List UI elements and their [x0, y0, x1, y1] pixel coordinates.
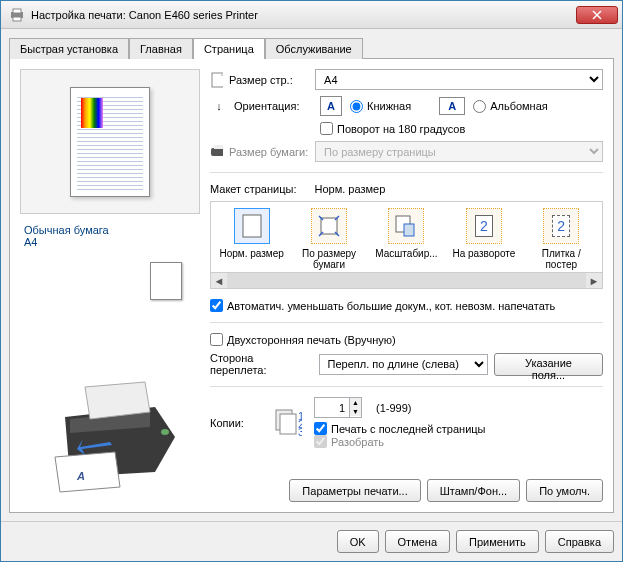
tab-strip: Быстрая установка Главная Страница Обслу… [1, 29, 622, 58]
paper-type-text: Обычная бумага [24, 224, 196, 236]
svg-rect-11 [404, 224, 414, 236]
svg-point-4 [161, 429, 169, 435]
ok-button[interactable]: OK [337, 530, 379, 553]
svg-text:3: 3 [298, 426, 302, 438]
scroll-left[interactable]: ◄ [211, 273, 227, 288]
layout-scale-icon [388, 208, 424, 244]
svg-rect-2 [13, 17, 21, 21]
duplex-checkbox[interactable] [210, 333, 223, 346]
spin-up[interactable]: ▲ [350, 398, 361, 407]
layout-strip: Норм. размер По размеру бумаги Масштабир… [210, 201, 603, 273]
close-icon [592, 10, 602, 20]
autoshrink-checkbox[interactable] [210, 299, 223, 312]
printer-paper-row: Размер бумаги: По размеру страницы [210, 141, 603, 162]
cancel-button[interactable]: Отмена [385, 530, 450, 553]
svg-rect-6 [211, 148, 223, 156]
svg-text:A: A [76, 470, 85, 482]
paper-info: Обычная бумага A4 [20, 220, 200, 252]
rotate-checkbox-label[interactable]: Поворот на 180 градусов [320, 122, 465, 135]
small-page-preview [150, 262, 182, 300]
tab-main[interactable]: Главная [129, 38, 193, 59]
scroll-right[interactable]: ► [586, 273, 602, 288]
copies-icon: 123 [272, 408, 302, 438]
layout-scale[interactable]: Масштабир... [371, 208, 441, 270]
svg-rect-7 [214, 145, 223, 149]
rotate-checkbox[interactable] [320, 122, 333, 135]
paper-size-text: A4 [24, 236, 196, 248]
layout-poster[interactable]: 2 Плитка / постер [526, 208, 596, 270]
copies-label: Копии: [210, 417, 260, 429]
copies-row: Копии: 123 ▲▼ (1-999) Печать с последней… [210, 397, 603, 448]
layout-spread-icon: 2 [466, 208, 502, 244]
svg-rect-13 [280, 414, 296, 434]
stamp-button[interactable]: Штамп/Фон... [427, 479, 520, 502]
layout-current: Норм. размер [314, 183, 385, 195]
autoshrink-label[interactable]: Автоматич. уменьшать большие докум., кот… [210, 299, 555, 312]
portrait-radio-label[interactable]: Книжная [350, 100, 411, 113]
spin-down[interactable]: ▼ [350, 407, 361, 416]
window-title: Настройка печати: Canon E460 series Prin… [31, 9, 576, 21]
layout-label-row: Макет страницы: Норм. размер [210, 183, 603, 195]
page-size-row: Размер стр.: A4 [210, 69, 603, 90]
copies-range: (1-999) [376, 402, 411, 414]
right-column: Размер стр.: A4 ↓ Ориентация: A Книжная … [210, 69, 603, 502]
divider [210, 172, 603, 173]
copies-spinner[interactable]: ▲▼ [314, 397, 364, 418]
printer-illustration: A [20, 310, 200, 502]
binding-row: Сторона переплета: Перепл. по длине (сле… [210, 352, 603, 376]
from-last-label[interactable]: Печать с последней страницы [314, 422, 486, 435]
orientation-label: Ориентация: [234, 100, 314, 112]
page-size-select[interactable]: A4 [315, 69, 603, 90]
help-button[interactable]: Справка [545, 530, 614, 553]
layout-scrollbar[interactable]: ◄ ► [210, 273, 603, 289]
copies-input[interactable] [314, 397, 350, 418]
binding-label: Сторона переплета: [210, 352, 313, 376]
layout-poster-icon: 2 [543, 208, 579, 244]
printer-paper-select: По размеру страницы [315, 141, 603, 162]
dialog-buttons: OK Отмена Применить Справка [1, 521, 622, 561]
binding-select[interactable]: Перепл. по длине (слева) [319, 354, 488, 375]
layout-normal[interactable]: Норм. размер [217, 208, 287, 270]
print-options-button[interactable]: Параметры печати... [289, 479, 420, 502]
apply-button[interactable]: Применить [456, 530, 539, 553]
duplex-row: Двухсторонняя печать (Вручную) [210, 333, 603, 346]
layout-fit-icon [311, 208, 347, 244]
titlebar: Настройка печати: Canon E460 series Prin… [1, 1, 622, 29]
close-button[interactable] [576, 6, 618, 24]
layout-label: Макет страницы: [210, 183, 296, 195]
portrait-radio[interactable] [350, 100, 363, 113]
from-last-checkbox[interactable] [314, 422, 327, 435]
preview-page [70, 87, 150, 197]
orientation-row: ↓ Ориентация: A Книжная A Альбомная [210, 96, 603, 116]
page-size-icon [210, 71, 223, 89]
landscape-radio[interactable] [473, 100, 486, 113]
page-preview [20, 69, 200, 214]
layout-fit[interactable]: По размеру бумаги [294, 208, 364, 270]
page-size-label: Размер стр.: [229, 74, 309, 86]
collate-label: Разобрать [314, 435, 384, 448]
preview-lines [77, 94, 143, 190]
autoshrink-row: Автоматич. уменьшать большие докум., кот… [210, 299, 603, 312]
tab-quick[interactable]: Быстрая установка [9, 38, 129, 59]
landscape-radio-label[interactable]: Альбомная [473, 100, 548, 113]
svg-rect-1 [13, 9, 21, 13]
tab-service[interactable]: Обслуживание [265, 38, 363, 59]
layout-normal-icon [234, 208, 270, 244]
tab-page[interactable]: Страница [193, 38, 265, 59]
margin-button[interactable]: Указание поля... [494, 353, 603, 376]
print-settings-window: Настройка печати: Canon E460 series Prin… [0, 0, 623, 562]
preview-color-block [81, 98, 103, 128]
scroll-thumb[interactable] [227, 273, 586, 288]
layout-spread[interactable]: 2 На развороте [449, 208, 519, 270]
defaults-button[interactable]: По умолч. [526, 479, 603, 502]
printer-icon [9, 7, 25, 23]
landscape-icon: A [439, 97, 465, 115]
printer-paper-icon [210, 143, 223, 161]
divider [210, 322, 603, 323]
orientation-icon: ↓ [210, 100, 228, 112]
divider [210, 386, 603, 387]
tab-content: Обычная бумага A4 A Размер стр.: [9, 58, 614, 513]
duplex-label[interactable]: Двухсторонняя печать (Вручную) [210, 333, 396, 346]
collate-checkbox [314, 435, 327, 448]
layout-group: Норм. размер По размеру бумаги Масштабир… [210, 201, 603, 289]
